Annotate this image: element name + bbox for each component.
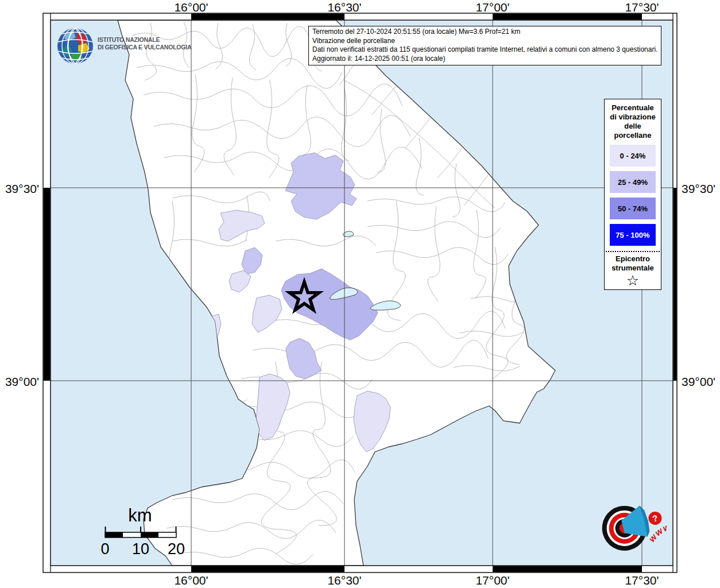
legend-title: delle (605, 122, 661, 131)
legend-swatch-25-49: 25 - 49% (610, 171, 656, 193)
legend-title: di vibrazione (605, 113, 661, 122)
lon-label-top-17-00: 17°00' (458, 1, 527, 14)
scale-tick-0: 0 (92, 540, 118, 558)
lat-label-right-39-30: 39°30' (682, 182, 720, 196)
legend-title: porcellane (605, 131, 661, 140)
question-badge: ? (647, 510, 663, 527)
lat-label-left-39-00: 39°00' (0, 375, 39, 389)
legend-epicenter-label: Epicentro (605, 254, 661, 264)
lon-label-bottom-16-00: 16°00' (157, 574, 226, 587)
ingv-name-line2: DI GEOFISICA E VULCANOLOGIA (98, 44, 191, 51)
event-subtitle-line: Vibrazione delle porcellane (312, 37, 657, 46)
lon-label-top-16-00: 16°00' (157, 1, 226, 14)
legend-divider (606, 251, 660, 252)
scale-tick-10: 10 (128, 540, 153, 558)
event-updated-line: Aggiornato il: 14-12-2025 00:51 (ora loc… (312, 55, 657, 64)
lon-label-bottom-17-30: 17°30' (607, 574, 676, 587)
event-disclaimer-line: Dati non verificati estratti da 115 ques… (312, 45, 657, 55)
haisentito-logo: ? www.haisentitoilterremoto.it (589, 490, 667, 568)
legend-star-icon: ☆ (605, 273, 661, 288)
legend-swatch-75-100: 75 - 100% (610, 224, 656, 246)
legend-box: Percentuale di vibrazione delle porcella… (604, 99, 661, 290)
legend-epicenter-label: strumentale (605, 264, 661, 273)
ingv-name-line1: ISTITUTO NAZIONALE (98, 36, 191, 44)
shakemap-page: 16°00' 16°30' 17°00' 17°30' 16°00' 16°30… (0, 0, 720, 588)
lon-label-top-16-30: 16°30' (310, 1, 379, 14)
lat-label-right-39-00: 39°00' (682, 375, 720, 389)
lon-label-bottom-16-30: 16°30' (310, 574, 379, 587)
lat-label-left-39-30: 39°30' (0, 182, 39, 196)
ingv-globe-icon (55, 26, 95, 66)
legend-swatch-0-24: 0 - 24% (610, 145, 656, 167)
lon-label-bottom-17-00: 17°00' (458, 574, 527, 587)
event-title-line: Terremoto del 27-10-2024 20:51:55 (ora l… (312, 28, 657, 37)
lon-label-top-17-30: 17°30' (607, 1, 676, 14)
scale-unit-label: km (119, 505, 161, 526)
event-title-box: Terremoto del 27-10-2024 20:51:55 (ora l… (308, 26, 661, 65)
legend-swatch-50-74: 50 - 74% (610, 198, 656, 219)
scale-tick-20: 20 (164, 540, 189, 558)
ingv-wordmark: ISTITUTO NAZIONALE DI GEOFISICA E VULCAN… (98, 36, 191, 51)
legend-title: Percentuale (605, 103, 661, 113)
